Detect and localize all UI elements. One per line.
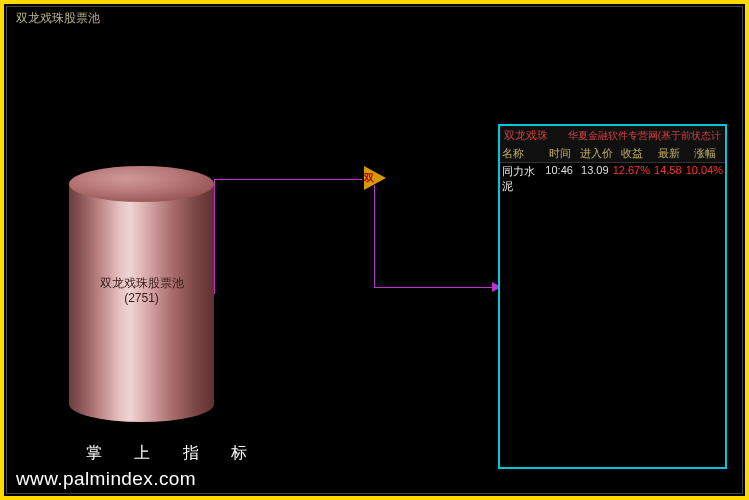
col-name: 名称 xyxy=(502,146,542,161)
cell-latest: 14.58 xyxy=(650,164,686,194)
cell-name: 同力水泥 xyxy=(502,164,541,194)
cylinder-bottom xyxy=(69,386,214,422)
col-latest: 最新 xyxy=(651,146,687,161)
col-entry-price: 进入价 xyxy=(578,146,614,161)
connector-segment-top xyxy=(214,179,374,180)
connector-segment-up xyxy=(214,179,215,294)
footer-url: www.palmindex.com xyxy=(16,468,196,490)
connector-segment-down xyxy=(374,179,375,288)
panel-title-right: 华夏金融软件专营网(基于前状态计 xyxy=(568,129,721,143)
table-row[interactable]: 同力水泥 10:46 13.09 12.67% 14.58 10.04% xyxy=(500,163,725,195)
panel-title-left: 双龙戏珠 xyxy=(504,128,548,143)
connector-segment-right xyxy=(374,287,494,288)
panel-title-row: 双龙戏珠 华夏金融软件专营网(基于前状态计 xyxy=(500,126,725,145)
cylinder-label-line1: 双龙戏珠股票池 xyxy=(69,276,214,291)
cylinder-label-line2: (2751) xyxy=(69,291,214,306)
cylinder-top xyxy=(69,166,214,202)
col-gain: 收益 xyxy=(614,146,650,161)
cell-gain: 12.67% xyxy=(613,164,650,194)
stock-pool-cylinder: 双龙戏珠股票池 (2751) xyxy=(69,169,214,419)
footer-brand-cn: 掌 上 指 标 xyxy=(86,443,261,464)
cylinder-label: 双龙戏珠股票池 (2751) xyxy=(69,276,214,306)
app-frame: 双龙戏珠股票池 双龙戏珠股票池 (2751) 双 双龙戏珠 华夏金融软件专营网(… xyxy=(0,0,749,500)
cell-time: 10:46 xyxy=(541,164,577,194)
col-change: 涨幅 xyxy=(687,146,723,161)
column-headers: 名称 时间 进入价 收益 最新 涨幅 xyxy=(500,145,725,162)
col-time: 时间 xyxy=(542,146,578,161)
cell-entry-price: 13.09 xyxy=(577,164,613,194)
window-title: 双龙戏珠股票池 xyxy=(16,10,100,27)
results-panel: 双龙戏珠 华夏金融软件专营网(基于前状态计 名称 时间 进入价 收益 最新 涨幅… xyxy=(498,124,727,469)
panel-header: 双龙戏珠 华夏金融软件专营网(基于前状态计 名称 时间 进入价 收益 最新 涨幅 xyxy=(500,126,725,163)
cell-change: 10.04% xyxy=(686,164,723,194)
filter-node-label: 双 xyxy=(364,171,374,185)
